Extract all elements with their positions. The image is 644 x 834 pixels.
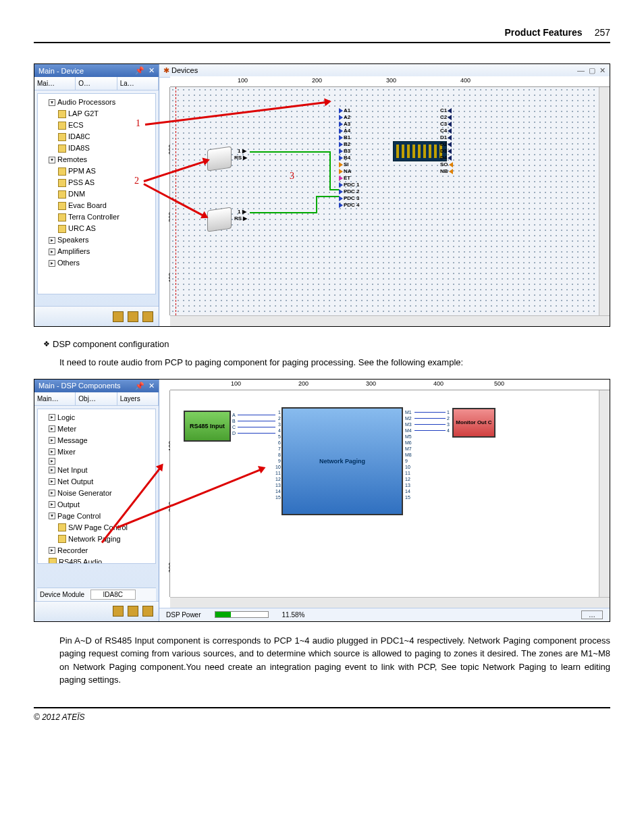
pin-icon[interactable]: 📌: [135, 66, 144, 75]
page-number: 257: [595, 27, 610, 38]
screenshot-devices: Main - Device 📌 ✕ Mai… O… La… Audio Proc…: [34, 63, 610, 327]
dsp-sidebar: Main - DSP Components 📌 ✕ Main… Obj… Lay…: [34, 380, 159, 621]
wire: [238, 427, 275, 427]
pin-icon[interactable]: 📌: [135, 382, 144, 390]
tree-item-ida8s[interactable]: IDA8S: [58, 142, 154, 154]
device-icon: [207, 146, 232, 171]
canvas-device-1[interactable]: [207, 148, 232, 170]
tree-recorder[interactable]: Recorder: [49, 545, 154, 556]
toolbar-icon-3[interactable]: [142, 606, 153, 617]
tree-net-output[interactable]: Net Output: [49, 476, 154, 488]
close-icon[interactable]: ✕: [149, 66, 155, 75]
tab-objects[interactable]: O…: [76, 77, 117, 90]
body-paragraph-2: Pin A~D of RS485 Input component is corr…: [59, 634, 610, 687]
tree-mixer[interactable]: Mixer: [49, 446, 154, 458]
dsp-canvas: 100 200 300 400 500 100 200 300 RS485 In…: [159, 380, 610, 608]
tree-item-urc-as[interactable]: URC AS: [58, 223, 154, 234]
tree-sw-page-control[interactable]: S/W Page Control: [58, 522, 154, 533]
device-module-value[interactable]: IDA8C: [90, 590, 136, 600]
maximize-icon[interactable]: ▢: [589, 66, 595, 75]
tree-message[interactable]: Message: [49, 435, 154, 446]
annotation-3: 3: [290, 171, 294, 182]
device1-port-rs: RS ▶: [234, 155, 247, 161]
canvas-title: Devices: [171, 66, 198, 74]
dsp-ruler-h: 100 200 300 400 500: [170, 380, 610, 390]
dsp-tree[interactable]: Logic Meter Message Mixer Net Input Net …: [37, 409, 156, 564]
wire: [329, 189, 339, 190]
canvas-chip-device[interactable]: [393, 141, 447, 161]
tree-net-input[interactable]: Net Input: [49, 465, 154, 476]
tree-item-evac-board[interactable]: Evac Board: [58, 200, 154, 211]
canvas-grid[interactable]: 1 ▶ RS ▶ 1 ▶ RS ▶ A1 A2 A3: [170, 87, 599, 315]
dsp-scrollbar-h[interactable]: [170, 597, 610, 608]
tree-amplifiers[interactable]: Amplifiers: [49, 246, 154, 257]
sidebar-bottom-toolbar: [34, 306, 159, 326]
wire: [238, 415, 275, 415]
dsp-status-button[interactable]: …: [581, 610, 603, 619]
red-pins: 1234: [447, 409, 450, 434]
tree-item-dnm[interactable]: DNM: [58, 188, 154, 200]
port-column-right: C1 C2 C3 C4 D1 D2 D3 D4 SO NB: [440, 107, 453, 175]
wire: [238, 421, 275, 421]
dsp-scrollbar-v[interactable]: [599, 390, 610, 597]
page-header: Product Features 257: [34, 27, 610, 43]
device-sidebar: Main - Device 📌 ✕ Mai… O… La… Audio Proc…: [34, 64, 159, 326]
blue-left-pins: 123456789101112131415: [275, 409, 281, 500]
scrollbar-vertical[interactable]: [599, 87, 610, 315]
minimize-icon[interactable]: —: [577, 66, 585, 75]
blue-right-pins: M1M2M3M4M5M6M7M89101112131415: [405, 409, 412, 500]
tree-item-ida8c[interactable]: IDA8C: [58, 131, 154, 142]
toolbar-icon-3[interactable]: [142, 311, 153, 322]
dsp-status-bar: DSP Power 11.58% …: [159, 608, 610, 621]
dsp-sidebar-title-bar: Main - DSP Components 📌 ✕: [34, 380, 159, 392]
scrollbar-horizontal[interactable]: [170, 315, 610, 326]
tree-remotes[interactable]: Remotes: [49, 154, 154, 165]
toolbar-icon-1[interactable]: [113, 311, 124, 322]
dsp-sidebar-tabs: Main… Obj… Layers: [34, 392, 159, 406]
tree-rs485-audio[interactable]: RS485 Audio: [49, 556, 154, 564]
sidebar-title-bar: Main - Device 📌 ✕: [34, 64, 159, 77]
wire: [250, 151, 331, 153]
page-footer: © 2012 ATEÏS: [34, 707, 610, 722]
tree-logic[interactable]: Logic: [49, 412, 154, 423]
dsp-ruler-v: 100 200 300: [159, 390, 170, 597]
tree-speakers[interactable]: Speakers: [49, 234, 154, 246]
tree-net-input[interactable]: [49, 458, 154, 465]
tab-main[interactable]: Mai…: [34, 77, 76, 90]
tab-main[interactable]: Main…: [34, 392, 76, 405]
port-column-left: A1 A2 A3 A4 B1 B2 B3 B4 SI NA ET PDC 1 P…: [339, 107, 360, 209]
toolbar-icon-2[interactable]: [128, 606, 138, 617]
wire: [250, 212, 317, 213]
wire: [414, 418, 446, 419]
sidebar-title-icons: 📌 ✕: [135, 66, 155, 75]
tab-layers[interactable]: La…: [117, 77, 159, 90]
tree-meter[interactable]: Meter: [49, 423, 154, 435]
tree-item-ppm-as[interactable]: PPM AS: [58, 165, 154, 177]
header-title: Product Features: [505, 27, 583, 38]
tree-item-pss-as[interactable]: PSS AS: [58, 177, 154, 188]
annotation-1: 1: [136, 118, 140, 129]
device-icon: [207, 207, 232, 232]
dsp-network-paging-block[interactable]: Network Paging: [281, 407, 403, 515]
toolbar-icon-2[interactable]: [128, 311, 138, 322]
wire: [329, 151, 331, 190]
close-icon[interactable]: ✕: [149, 382, 155, 390]
dsp-canvas-grid[interactable]: RS485 Input A B C D Network Paging 12345…: [170, 390, 599, 597]
toolbar-icon-1[interactable]: [113, 606, 124, 617]
ruler-horizontal: 100 200 300 400: [170, 76, 610, 87]
tree-audio-processors[interactable]: Audio Processors: [49, 97, 154, 108]
dsp-power-label: DSP Power: [166, 611, 201, 619]
tree-others[interactable]: Others: [49, 257, 154, 269]
tab-objects[interactable]: Obj…: [76, 392, 117, 405]
dsp-power-bar: [215, 611, 269, 618]
canvas-device-2[interactable]: [207, 209, 232, 230]
annotation-2: 2: [134, 176, 139, 186]
body-paragraph-1: It need to route audio from PCP to pagin…: [59, 356, 610, 369]
tree-output[interactable]: Output: [49, 499, 154, 511]
tree-item-terra-controller[interactable]: Terra Controller: [58, 211, 154, 223]
wire: [414, 430, 446, 431]
dsp-rs485-input-block[interactable]: RS485 Input: [184, 411, 231, 442]
close-icon[interactable]: ✕: [599, 66, 606, 75]
tab-layers[interactable]: Layers: [117, 392, 159, 405]
dsp-monitor-out-block[interactable]: Monitor Out C: [452, 408, 495, 438]
